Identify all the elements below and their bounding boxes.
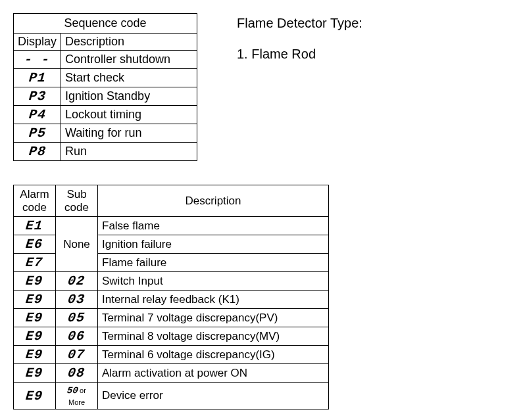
alarm-code-3: E9 — [25, 273, 43, 289]
top-row: Sequence code Display Description - - Co… — [13, 13, 508, 161]
alarm-header-description: Description — [98, 185, 329, 217]
alarm-desc-6: Terminal 8 voltage discrepancy(MV) — [98, 327, 329, 346]
table-row: E9 02 Switch Input — [14, 272, 329, 291]
seq-display-1: P1 — [28, 70, 46, 85]
alarm-sub-9: 50 — [66, 385, 78, 396]
table-row: P3 Ignition Standby — [14, 87, 197, 106]
alarm-desc-9: Device error — [98, 383, 329, 409]
alarm-header-sub: Sub code — [56, 185, 98, 217]
alarm-sub-7: 07 — [67, 347, 86, 362]
alarm-code-8: E9 — [25, 365, 43, 381]
table-row: E9 05 Terminal 7 voltage discrepancy(PV) — [14, 309, 329, 327]
table-row: Sequence code — [14, 14, 197, 34]
alarm-header-alarm: Alarm code — [14, 185, 56, 217]
alarm-desc-3: Switch Input — [98, 272, 329, 291]
alarm-desc-2: Flame failure — [98, 254, 329, 272]
table-row: P1 Start check — [14, 69, 197, 87]
table-row: Display Description — [14, 34, 197, 51]
alarm-code-table: Alarm code Sub code Description E1 None … — [13, 185, 329, 409]
alarm-code-2: E7 — [25, 255, 43, 270]
alarm-desc-1: Ignition failure — [98, 235, 329, 254]
seq-display-3: P4 — [28, 107, 46, 122]
table-row: P4 Lockout timing — [14, 106, 197, 124]
table-row: - - Controller shutdown — [14, 51, 197, 69]
seq-desc-3: Lockout timing — [61, 106, 197, 124]
alarm-desc-5: Terminal 7 voltage discrepancy(PV) — [98, 309, 329, 327]
alarm-code-7: E9 — [25, 347, 43, 362]
alarm-desc-8: Alarm activation at power ON — [98, 364, 329, 383]
seq-desc-2: Ignition Standby — [61, 87, 197, 106]
table-row: E9 03 Internal relay feedback (K1) — [14, 291, 329, 309]
alarm-code-6: E9 — [25, 329, 43, 344]
table-row: E9 50or More Device error — [14, 383, 329, 409]
alarm-sub-6: 06 — [67, 329, 86, 344]
flame-detector-heading: Flame Detector Type: — [237, 16, 362, 31]
flame-detector-block: Flame Detector Type: 1. Flame Rod — [237, 13, 362, 62]
alarm-desc-7: Terminal 6 voltage discrepancy(IG) — [98, 346, 329, 364]
seq-display-2: P3 — [28, 89, 46, 104]
alarm-sub-3: 02 — [67, 273, 86, 289]
seq-desc-1: Start check — [61, 69, 197, 87]
table-row: P8 Run — [14, 143, 197, 161]
table-row: Alarm code Sub code Description — [14, 185, 329, 217]
seq-display-5: P8 — [28, 144, 46, 159]
alarm-desc-0: False flame — [98, 217, 329, 235]
alarm-sub-5: 05 — [67, 310, 86, 325]
sequence-title: Sequence code — [14, 14, 197, 34]
alarm-sub-4: 03 — [67, 292, 86, 307]
table-row: E9 07 Terminal 6 voltage discrepancy(IG) — [14, 346, 329, 364]
alarm-sub-8: 08 — [67, 365, 86, 381]
sequence-header-description: Description — [61, 34, 197, 51]
table-row: E1 None False flame — [14, 217, 329, 235]
flame-detector-item-1: 1. Flame Rod — [237, 47, 362, 62]
seq-desc-4: Waiting for run — [61, 124, 197, 143]
seq-desc-5: Run — [61, 143, 197, 161]
alarm-desc-4: Internal relay feedback (K1) — [98, 291, 329, 309]
alarm-code-0: E1 — [25, 218, 43, 233]
table-row: E9 06 Terminal 8 voltage discrepancy(MV) — [14, 327, 329, 346]
alarm-sub-none: None — [56, 217, 98, 272]
seq-desc-0: Controller shutdown — [61, 51, 197, 69]
table-row: P5 Waiting for run — [14, 124, 197, 143]
table-row: E9 08 Alarm activation at power ON — [14, 364, 329, 383]
alarm-code-1: E6 — [25, 237, 43, 252]
page: Sequence code Display Description - - Co… — [0, 0, 521, 420]
seq-display-4: P5 — [28, 126, 46, 141]
alarm-code-5: E9 — [25, 310, 43, 325]
sequence-code-table: Sequence code Display Description - - Co… — [13, 13, 197, 161]
seq-display-0: - - — [24, 52, 51, 67]
sequence-header-display: Display — [14, 34, 61, 51]
alarm-code-9: E9 — [25, 388, 43, 404]
alarm-code-4: E9 — [25, 292, 43, 307]
